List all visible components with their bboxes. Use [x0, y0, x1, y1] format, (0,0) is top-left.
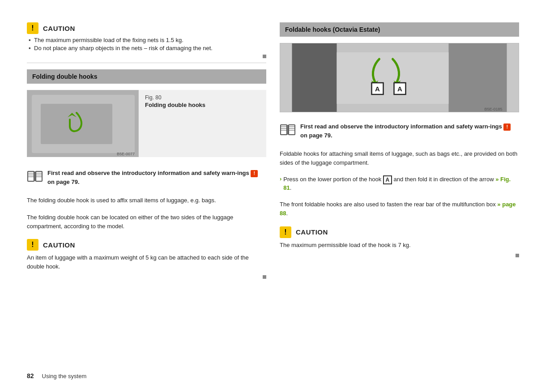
arrow-text-before: Press on the lower portion of the hook [283, 176, 383, 183]
arrow-text-end: . [290, 184, 292, 191]
figure-image-left: B5E-0077 [27, 90, 139, 157]
caution-title-top: CAUTION [43, 25, 75, 32]
safety-note-after-right: on page 79. [300, 132, 332, 139]
page-number: 82 [27, 372, 34, 379]
footer-text: Using the system [42, 373, 87, 379]
svg-rect-26 [281, 125, 287, 135]
svg-text:A: A [375, 85, 380, 93]
caution-list-top: The maximum permissible load of the fixi… [27, 37, 266, 51]
caution-text-bottom-left: An item of luggage with a maximum weight… [27, 253, 266, 271]
section-header-right: Foldable hooks (Octavia Estate) [280, 22, 519, 37]
book-icon-right [280, 123, 296, 136]
safety-note-before-left: First read and observe the introductory … [47, 170, 251, 176]
section-header-left: Folding double hooks [27, 69, 266, 84]
arrow-item-right: › Press on the lower portion of the hook… [280, 175, 519, 191]
right-column: Foldable hooks (Octavia Estate) [280, 22, 519, 374]
scroll-indicator-bottom-left [263, 275, 266, 279]
caution-header-top: ! CAUTION [27, 22, 266, 34]
arrow-text-right: Press on the lower portion of the hook A… [283, 175, 519, 191]
safety-note-text-left: First read and observe the introductory … [47, 169, 266, 186]
caution-title-bottom-left: CAUTION [43, 241, 75, 249]
svg-rect-17 [449, 43, 507, 112]
figure-caption-box-left: Fig. 80 Folding double hooks [139, 90, 266, 157]
arrow-text-after: and then fold it in direction of the arr… [392, 176, 495, 183]
caution-icon-top: ! [27, 22, 38, 34]
svg-rect-16 [292, 43, 337, 112]
svg-text:B5E-0185: B5E-0185 [485, 107, 503, 111]
figure-svg-left: B5E-0077 [27, 90, 139, 157]
svg-rect-6 [36, 171, 42, 181]
safety-note-after-left: on page 79. [47, 179, 80, 185]
caution-text-bottom-right: The maximum permissible load of the hook… [280, 241, 519, 250]
safety-note-right: First read and observe the introductory … [280, 119, 519, 143]
a-label-inline: A [383, 175, 392, 184]
page-footer: 82 Using the system [27, 372, 86, 379]
figure-block-right: A A B5E-0185 Fig. 81 Foldable hooks [280, 43, 519, 112]
caution-block-bottom-right: ! CAUTION The maximum permissible load o… [280, 226, 519, 258]
figure-block-left: B5E-0077 Fig. 80 Folding double hooks [27, 90, 266, 157]
svg-text:A: A [397, 85, 402, 93]
figure-title-left: Folding double hooks [145, 102, 260, 108]
body2-after: . [286, 210, 288, 217]
svg-rect-5 [28, 171, 34, 181]
caution-list-item-1: The maximum permissible load of the fixi… [29, 37, 266, 43]
exclaim-badge-right: ! [503, 124, 511, 131]
caution-block-bottom-left: ! CAUTION An item of luggage with a maxi… [27, 239, 266, 279]
safety-note-left: First read and observe the introductory … [27, 165, 266, 190]
exclaim-badge-left: ! [251, 170, 258, 177]
caution-header-bottom-right: ! CAUTION [280, 226, 519, 238]
svg-rect-2 [41, 104, 112, 144]
arrow-icon-right: › [280, 175, 281, 191]
scroll-indicator-top [263, 55, 266, 58]
figure-number-left: Fig. 80 [145, 94, 260, 101]
left-column: ! CAUTION The maximum permissible load o… [27, 22, 266, 374]
figure-svg-right: A A B5E-0185 [280, 43, 519, 112]
figure-image-right: A A B5E-0185 Fig. 81 Foldable hooks [280, 43, 519, 112]
svg-text:B5E-0077: B5E-0077 [117, 152, 135, 156]
caution-icon-bottom-left: ! [27, 239, 38, 251]
caution-list-item-2: Do not place any sharp objects in the ne… [29, 45, 266, 51]
scroll-indicator-bottom-right [516, 254, 519, 257]
body2-before: The front foldable hooks are also used t… [280, 201, 497, 208]
body-text-right-2: The front foldable hooks are also used t… [280, 200, 519, 218]
safety-note-before-right: First read and observe the introductory … [300, 123, 503, 130]
svg-rect-27 [289, 125, 295, 135]
body-text-right-1: Foldable hooks for attaching small items… [280, 149, 519, 167]
caution-icon-bottom-right: ! [280, 226, 291, 238]
caution-header-bottom-left: ! CAUTION [27, 239, 266, 251]
page-container: ! CAUTION The maximum permissible load o… [0, 0, 537, 392]
caution-block-top: ! CAUTION The maximum permissible load o… [27, 22, 266, 63]
body-text-left-1: The folding double hook is used to affix… [27, 196, 266, 205]
body-text-left-2: The folding double hook can be located o… [27, 213, 266, 231]
book-icon-left [27, 170, 43, 183]
caution-title-bottom-right: CAUTION [296, 228, 328, 236]
safety-note-text-right: First read and observe the introductory … [300, 122, 519, 140]
